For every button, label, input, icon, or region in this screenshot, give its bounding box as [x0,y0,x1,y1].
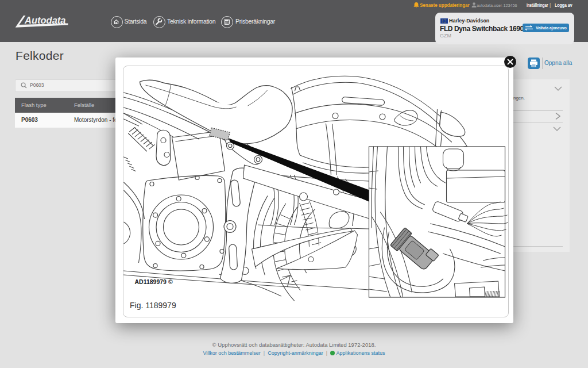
svg-text:Autodata: Autodata [24,15,66,25]
